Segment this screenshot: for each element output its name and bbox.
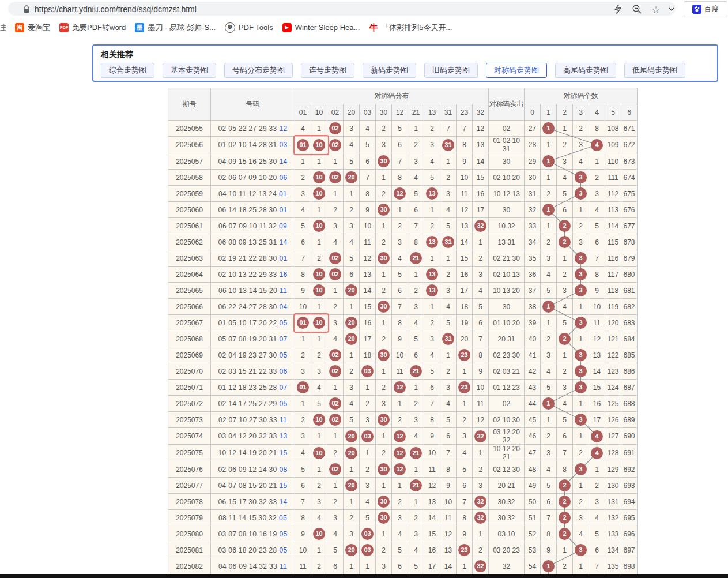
dist-cell: 9 [457,526,473,542]
dist-cell: 4 [295,445,311,461]
dist-cell: 30 [376,250,392,267]
dist-cell: 1 [376,170,392,186]
count-cell: 3 [573,347,589,363]
bookmark-aitaobao[interactable]: 淘 爱淘宝 [15,22,50,33]
dist-cell: 8 [392,315,408,331]
count-cell: 2 [541,186,557,202]
dist-cell: 02 [327,137,344,153]
shichu-cell: 10 12 13 [489,186,525,202]
baidu-label: 百度 [704,4,719,14]
numbers-cell: 06 22 24 27 28 3004 [211,299,295,315]
header-count-col: 6 [621,104,638,121]
count-cell: 672 [621,137,638,153]
dist-cell: 1 [311,234,327,250]
numbers-cell: 01 05 10 17 20 2205 [211,315,295,331]
table-row: 202506006 14 18 25 28 300141229301614121… [168,202,638,218]
dist-cell: 12 [424,478,440,494]
shichu-cell: 02 23 30 [489,347,525,363]
chevron-down-icon[interactable] [667,4,680,17]
shichu-cell: 30 [489,202,525,218]
url-text[interactable]: https://chart.ydniu.com/trend/ssq/dcmzst… [35,5,197,14]
count-cell: 130 [605,478,621,494]
table-row: 202505802 06 07 09 10 200621002207184521… [168,170,638,186]
count-cell: 4 [557,299,573,315]
address-bar[interactable]: https://chart.ydniu.com/trend/ssq/dcmzst… [8,2,676,16]
dist-cell: 13 [424,186,440,202]
dist-cell: 4 [344,234,360,250]
count-cell: 6 [557,202,573,218]
dist-cell: 2 [295,412,311,428]
star-icon[interactable]: ☆ [650,4,662,17]
dist-cell: 14 [424,510,440,526]
count-cell: 12 [589,331,605,347]
count-cell: 9 [589,283,605,299]
lightning-icon[interactable] [614,4,627,17]
dist-cell: 1 [311,461,327,478]
dist-cell: 4 [360,121,376,137]
bookmark-pdftools[interactable]: ◍ PDF Tools [225,22,273,33]
tab-xinma[interactable]: 新码走势图 [363,63,416,78]
bookmark-pdf2word[interactable]: PDF 免费PDF转word [59,22,126,33]
lock-icon [23,5,30,13]
count-cell: 7 [541,510,557,526]
dist-cell: 12 [392,445,408,461]
count-cell: 698 [621,558,638,575]
dist-cell: 4 [392,250,408,267]
baidu-button[interactable]: 百度 [684,1,727,17]
dist-cell: 13 [424,283,440,299]
dist-cell: 23 [457,542,473,558]
count-cell: 9 [541,542,557,558]
count-cell: 2 [557,218,573,234]
numbers-cell: 10 12 14 19 20 2115 [211,445,295,461]
count-cell: 30 [525,170,541,186]
table-row: 202506206 08 09 13 25 311461441123813311… [168,234,638,250]
dist-cell: 12 [392,428,408,445]
trend-table: 期号号码对称码分布对称码实出对称码个数011002200330122113312… [168,88,638,578]
count-cell: 3 [557,153,573,170]
zoom-out-icon[interactable] [632,4,644,17]
header-count-group: 对称码个数 [525,88,638,104]
table-row: 202505502 05 22 27 29 331241023425127712… [168,121,638,137]
count-cell: 121 [605,331,621,347]
dist-cell: 11 [295,558,311,575]
dist-cell: 20 [344,170,360,186]
tab-duichenma-active[interactable]: 对称码走势图 [486,63,547,78]
dist-cell: 11 [424,461,440,478]
tab-diweima[interactable]: 低尾码走势图 [624,63,685,78]
tab-haomafenbu[interactable]: 号码分布走势图 [224,63,293,78]
count-cell: 689 [621,412,638,428]
dist-cell: 1 [440,347,457,363]
bookmark-modao[interactable]: 墨 墨刀 - 易球-彭帅-S... [135,22,216,33]
count-cell: 5 [541,478,557,494]
tab-jiuma[interactable]: 旧码走势图 [424,63,478,78]
dist-cell: 1 [376,526,392,542]
dist-cell: 6 [392,283,408,299]
dist-cell: 9 [392,331,408,347]
dist-cell: 30 [376,347,392,363]
dist-cell: 4 [408,542,424,558]
dist-cell: 9 [360,202,376,218]
dist-cell: 20 [344,315,360,331]
count-cell: 3 [541,347,557,363]
tab-gaoweima[interactable]: 高尾码走势图 [555,63,616,78]
tab-lianhao[interactable]: 连号走势图 [301,63,354,78]
dist-cell: 8 [408,234,424,250]
dist-cell: 7 [295,494,311,510]
dist-cell: 21 [408,363,424,380]
bookmark-wintersleep[interactable]: ▶ Winter Sleep Hea... [282,23,360,32]
tab-zonghe[interactable]: 综合走势图 [101,63,154,78]
period-cell: 2025058 [168,170,211,186]
table-row: 202506701 05 10 17 20 220501103201618425… [168,315,638,331]
dist-cell: 32 [473,558,489,575]
dist-cell: 4 [327,234,344,250]
count-cell: 135 [605,558,621,575]
count-cell: 3 [573,380,589,396]
dist-cell: 8 [392,170,408,186]
dist-cell: 6 [424,380,440,396]
count-cell: 671 [621,121,638,137]
tab-jiben[interactable]: 基本走势图 [163,63,216,78]
bookmark-ticai[interactable]: 牛 「体彩排列5今天开... [369,22,452,33]
dist-cell: 02 [327,363,344,380]
count-cell: 31 [525,186,541,202]
count-cell: 46 [525,428,541,445]
